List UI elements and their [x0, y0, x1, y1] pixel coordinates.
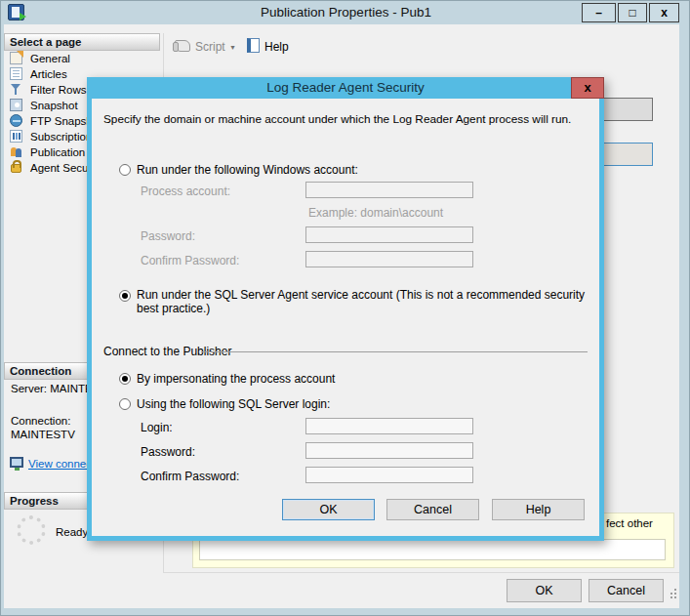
chevron-down-icon[interactable]: ▼	[229, 44, 236, 51]
modal-intro-text: Specify the domain or machine account un…	[103, 112, 571, 126]
subscription-options-icon	[10, 130, 22, 143]
ok-button[interactable]: OK	[507, 579, 582, 602]
group-divider-line	[201, 351, 588, 352]
modal-help-button[interactable]: Help	[492, 499, 585, 520]
password2-label: Password:	[141, 445, 195, 459]
help-label: Help	[264, 40, 289, 54]
modal-ok-button[interactable]: OK	[282, 499, 375, 520]
process-account-input[interactable]	[305, 182, 473, 198]
warning-note-text-fragment: fect other	[606, 517, 653, 529]
general-page-icon	[10, 52, 22, 64]
login-input[interactable]	[305, 418, 473, 434]
password-label: Password:	[141, 229, 195, 243]
modal-body: Specify the domain or machine account un…	[92, 99, 599, 536]
login-label: Login:	[141, 421, 173, 434]
connection-value: MAINTESTV	[11, 429, 75, 440]
progress-spinner	[17, 515, 46, 545]
publication-properties-window: Publication Properties - Pub1 – □ x Sele…	[0, 0, 690, 616]
radio-windows-account-label: Run under the following Windows account:	[137, 163, 358, 177]
maximize-button[interactable]: □	[618, 3, 647, 22]
close-button[interactable]: x	[649, 3, 679, 22]
example-hint: Example: domain\account	[308, 206, 443, 220]
confirm-password2-input[interactable]	[305, 467, 473, 483]
help-icon	[247, 38, 260, 53]
ftp-snapshot-icon	[10, 114, 22, 127]
log-reader-agent-security-dialog: Log Reader Agent Security x Specify the …	[87, 77, 604, 541]
modal-title: Log Reader Agent Security	[87, 77, 604, 99]
process-account-label: Process account:	[141, 185, 230, 198]
script-icon	[175, 40, 190, 52]
security-settings-button-2[interactable]	[596, 143, 653, 166]
password2-input[interactable]	[305, 442, 473, 459]
articles-icon	[10, 67, 22, 80]
connection-label: Connection:	[11, 415, 70, 427]
security-settings-button[interactable]	[596, 98, 653, 121]
script-label: Script	[195, 40, 225, 54]
radio-sql-agent-account[interactable]	[119, 290, 131, 302]
select-a-page-header: Select a page	[4, 33, 160, 51]
progress-status: Ready	[56, 526, 88, 538]
modal-close-button[interactable]: x	[571, 77, 604, 99]
agent-security-lock-icon	[11, 164, 21, 173]
warning-note-inner-box	[199, 539, 666, 560]
title-bar: Publication Properties - Pub1 – □ x	[1, 1, 690, 24]
radio-windows-account[interactable]	[119, 164, 131, 176]
minimize-button[interactable]: –	[582, 3, 616, 22]
sidebar-item-general[interactable]: General	[4, 51, 160, 66]
modal-cancel-button[interactable]: Cancel	[386, 499, 479, 520]
radio-sql-server-login[interactable]	[119, 398, 131, 410]
footer-divider	[163, 572, 679, 573]
publication-access-icon	[10, 145, 22, 158]
radio-impersonate-process-account[interactable]	[119, 373, 131, 385]
resize-grip[interactable]	[670, 596, 672, 598]
radio-sql-agent-account-label: Run under the SQL Server Agent service a…	[137, 288, 595, 315]
filter-rows-icon	[10, 83, 22, 96]
radio-sql-server-login-label: Using the following SQL Server login:	[137, 397, 330, 411]
cancel-button[interactable]: Cancel	[589, 579, 664, 602]
radio-impersonate-label: By impersonating the process account	[137, 372, 335, 386]
snapshot-icon	[10, 99, 22, 111]
confirm-password-input[interactable]	[305, 251, 473, 267]
password-input[interactable]	[305, 226, 473, 243]
confirm-password-label: Confirm Password:	[141, 254, 239, 267]
connection-properties-icon	[10, 457, 23, 468]
confirm-password2-label: Confirm Password:	[141, 470, 239, 483]
